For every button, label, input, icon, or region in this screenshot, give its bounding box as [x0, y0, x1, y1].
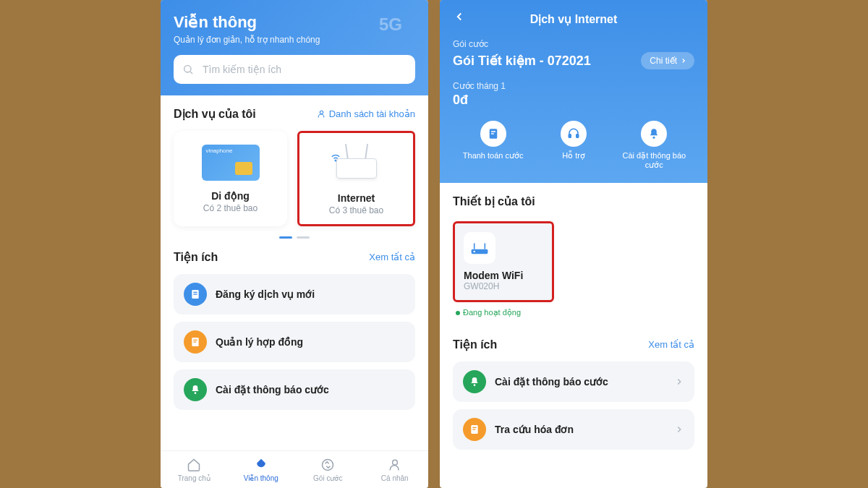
svg-rect-26: [472, 429, 475, 429]
action-label: Hỗ trợ: [533, 151, 613, 160]
hero-subtitle: Quản lý đơn giản, hỗ trợ nhanh chóng: [174, 35, 415, 45]
tab-home[interactable]: Trang chủ: [161, 457, 228, 482]
action-label: Thanh toán cước: [453, 151, 533, 160]
svg-line-1: [190, 72, 192, 74]
utility-label: Cài đặt thông báo cước: [216, 384, 405, 395]
device-model: GW020H: [464, 281, 543, 291]
search-wrap: [174, 55, 415, 84]
chip-label: Chi tiết: [650, 56, 677, 66]
amount-value: 0đ: [453, 93, 694, 108]
device-name: Modem WiFi: [464, 270, 543, 281]
chevron-right-icon: [674, 424, 684, 435]
svg-point-23: [474, 384, 476, 386]
svg-point-20: [473, 251, 475, 252]
service-card-sub: Có 3 thuê bao: [307, 205, 406, 215]
svg-rect-9: [193, 341, 196, 342]
utility-manage-contract[interactable]: Quản lý hợp đồng: [174, 322, 415, 362]
see-all-link[interactable]: Xem tất cả: [369, 252, 415, 262]
right-screenshot: Dịch vụ Internet Gói cước Gói Tiết kiệm …: [440, 0, 707, 488]
service-card-mobile[interactable]: vinaphone Di động Có 2 thuê bao: [174, 131, 287, 226]
svg-point-10: [195, 392, 197, 394]
utilities-title: Tiện ích: [453, 338, 497, 351]
svg-rect-15: [491, 133, 494, 134]
service-card-title: Internet: [307, 192, 406, 204]
devices-section: Thiết bị của tôi: [440, 183, 707, 218]
modem-icon: [464, 232, 495, 264]
svg-rect-17: [576, 134, 579, 138]
utilities-section: Tiện ích Xem tất cả Đăng ký dịch vụ mới …: [161, 239, 428, 417]
invoice-icon: [480, 121, 506, 147]
internet-header: Dịch vụ Internet Gói cước Gói Tiết kiệm …: [440, 0, 707, 183]
svg-rect-16: [569, 134, 571, 138]
devices-title: Thiết bị của tôi: [453, 194, 535, 208]
pager-dots: [174, 226, 415, 239]
svg-rect-25: [472, 427, 476, 428]
services-title: Dịch vụ của tôi: [174, 107, 256, 121]
action-notifications[interactable]: Cài đặt thông báo cước: [614, 121, 694, 170]
search-icon: [182, 64, 194, 75]
headset-icon: [561, 121, 587, 147]
person-icon: [362, 457, 429, 473]
service-card-sub: Có 2 thuê bao: [181, 203, 280, 213]
document-icon: [184, 283, 207, 306]
svg-rect-5: [193, 292, 197, 293]
svg-point-18: [653, 137, 655, 139]
action-support[interactable]: Hỗ trợ: [533, 121, 613, 170]
month-label: Cước tháng 1: [453, 81, 694, 91]
svg-rect-6: [193, 294, 197, 294]
hero-banner: 5G Viễn thông Quản lý đơn giản, hỗ trợ n…: [161, 0, 428, 95]
telecom-icon: [228, 457, 295, 473]
screen-title: Dịch vụ Internet: [530, 12, 618, 26]
svg-point-0: [184, 66, 191, 72]
device-card-modem[interactable]: Modem WiFi GW020H: [453, 221, 554, 302]
detail-chip[interactable]: Chi tiết: [641, 52, 694, 69]
bell-icon: [641, 121, 667, 147]
package-name: Gói Tiết kiệm - 072021: [453, 53, 591, 69]
account-list-label: Danh sách tài khoản: [329, 108, 415, 119]
search-input[interactable]: [174, 55, 415, 84]
router-icon: [307, 143, 406, 187]
see-all-link[interactable]: Xem tất cả: [648, 339, 694, 350]
chevron-right-icon: [680, 57, 687, 64]
chevron-right-icon: [674, 377, 684, 387]
svg-rect-22: [485, 244, 486, 249]
invoice-icon: [463, 418, 486, 441]
tab-packages[interactable]: Gói cước: [294, 457, 362, 482]
tab-label: Viễn thông: [228, 474, 295, 482]
svg-rect-14: [491, 131, 495, 132]
svg-point-11: [323, 460, 333, 471]
tab-telecom[interactable]: Viễn thông: [228, 457, 295, 482]
swap-icon: [294, 457, 362, 473]
left-screenshot: 5G Viễn thông Quản lý đơn giản, hỗ trợ n…: [161, 0, 428, 488]
tab-label: Gói cước: [294, 474, 362, 482]
user-icon: [317, 109, 326, 119]
package-label: Gói cước: [453, 39, 694, 49]
back-button[interactable]: [453, 10, 466, 23]
sim-card-icon: vinaphone: [181, 141, 280, 184]
utility-billing-notification[interactable]: Cài đặt thông báo cước: [453, 361, 694, 402]
svg-point-2: [320, 111, 323, 114]
services-section: Dịch vụ của tôi Danh sách tài khoản vina…: [161, 95, 428, 239]
bell-icon: [184, 378, 207, 401]
utility-label: Quản lý hợp đồng: [216, 336, 405, 348]
tab-label: Cá nhân: [362, 474, 429, 482]
utility-label: Cài đặt thông báo cước: [495, 376, 665, 388]
utility-register-service[interactable]: Đăng ký dịch vụ mới: [174, 274, 415, 314]
service-card-internet[interactable]: Internet Có 3 thuê bao: [297, 131, 415, 226]
home-icon: [161, 457, 228, 473]
hero-5g-tag: 5G: [379, 14, 402, 35]
device-status: Đang hoạt động: [456, 308, 707, 317]
svg-rect-8: [193, 340, 197, 341]
utility-billing-notification[interactable]: Cài đặt thông báo cước: [174, 369, 415, 410]
svg-point-12: [392, 460, 397, 465]
action-label: Cài đặt thông báo cước: [614, 151, 694, 170]
account-list-link[interactable]: Danh sách tài khoản: [317, 108, 415, 119]
action-payment[interactable]: Thanh toán cước: [453, 121, 533, 170]
tab-label: Trang chủ: [161, 474, 228, 482]
tab-profile[interactable]: Cá nhân: [362, 457, 429, 482]
utility-invoice-lookup[interactable]: Tra cứu hóa đơn: [453, 409, 694, 450]
service-card-title: Di động: [181, 190, 280, 202]
svg-rect-21: [474, 244, 475, 249]
contract-icon: [184, 330, 207, 354]
bell-icon: [463, 370, 486, 393]
